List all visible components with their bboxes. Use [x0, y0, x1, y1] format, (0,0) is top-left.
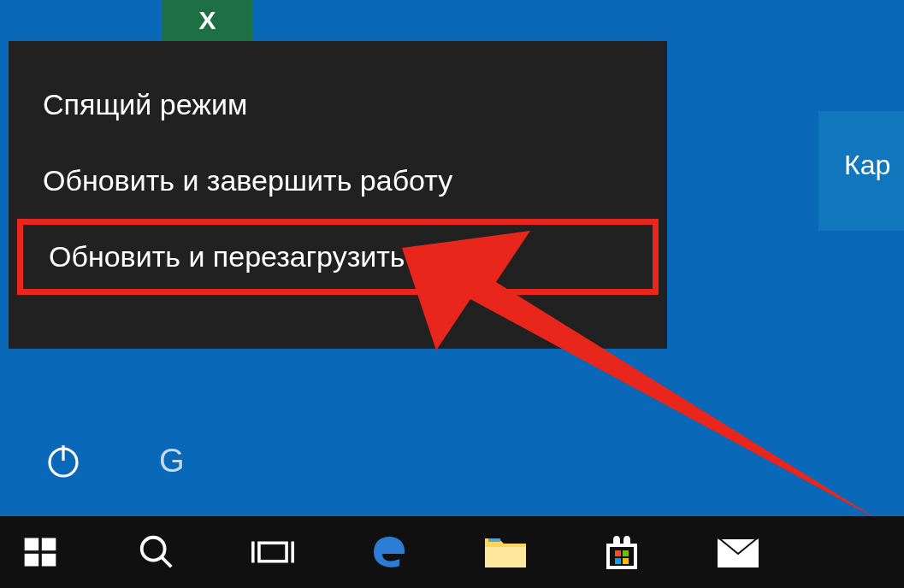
svg-rect-6	[42, 554, 56, 567]
power-icon	[43, 440, 84, 481]
search-button[interactable]	[129, 525, 184, 579]
menu-item-update-restart[interactable]: Обновить и перезагрузить	[17, 219, 659, 295]
store-icon	[601, 532, 642, 573]
svg-rect-14	[615, 550, 621, 556]
svg-rect-16	[615, 558, 621, 564]
power-button[interactable]	[36, 433, 91, 488]
svg-rect-9	[259, 543, 287, 561]
menu-item-update-shutdown[interactable]: Обновить и завершить работу	[9, 143, 667, 219]
task-view-icon	[251, 533, 294, 571]
edge-icon	[369, 532, 410, 573]
search-icon	[137, 532, 176, 572]
edge-button[interactable]	[362, 525, 417, 579]
menu-item-label: Обновить и завершить работу	[43, 164, 452, 197]
svg-rect-3	[25, 538, 38, 551]
svg-rect-4	[42, 538, 56, 551]
tile-text: Кар	[844, 150, 890, 180]
power-options-menu: Спящий режим Обновить и завершить работу…	[9, 41, 667, 349]
mail-button[interactable]	[711, 525, 765, 579]
excel-icon-label: X	[198, 6, 216, 35]
start-menu-bottom: G	[0, 405, 185, 516]
start-button[interactable]	[13, 525, 68, 579]
file-explorer-button[interactable]	[478, 525, 533, 579]
desktop-background: X Кар Спящий режим Обновить и завершить …	[0, 0, 904, 588]
menu-item-sleep[interactable]: Спящий режим	[9, 67, 667, 143]
svg-line-8	[162, 557, 172, 567]
taskbar	[0, 516, 904, 588]
menu-item-label: Спящий режим	[43, 88, 247, 121]
store-button[interactable]	[594, 525, 649, 579]
g-indicator: G	[159, 443, 185, 479]
task-view-button[interactable]	[245, 525, 300, 579]
windows-icon	[21, 533, 59, 571]
svg-rect-5	[25, 554, 38, 567]
mail-icon	[716, 535, 760, 569]
folder-icon	[483, 533, 528, 571]
svg-rect-12	[485, 547, 526, 567]
excel-tile[interactable]: X	[162, 0, 252, 41]
menu-item-label: Обновить и перезагрузить	[49, 240, 405, 273]
svg-point-7	[142, 538, 165, 561]
svg-rect-13	[488, 538, 500, 542]
desktop-tile-text[interactable]: Кар	[818, 111, 904, 231]
svg-rect-15	[623, 550, 629, 556]
svg-rect-17	[623, 558, 629, 564]
